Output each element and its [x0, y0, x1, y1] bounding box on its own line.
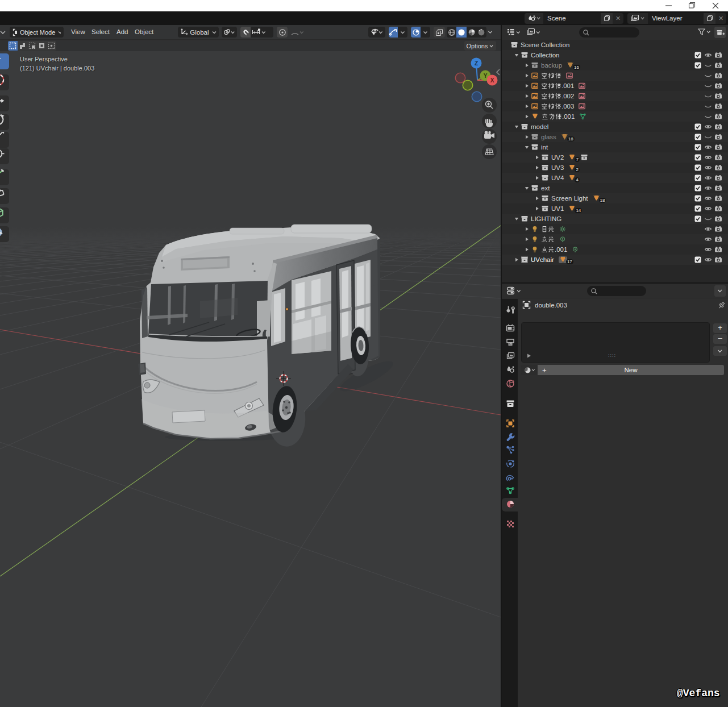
svg-text:Y: Y	[484, 73, 488, 79]
svg-text:Z: Z	[475, 60, 478, 66]
svg-text:X: X	[490, 77, 494, 84]
